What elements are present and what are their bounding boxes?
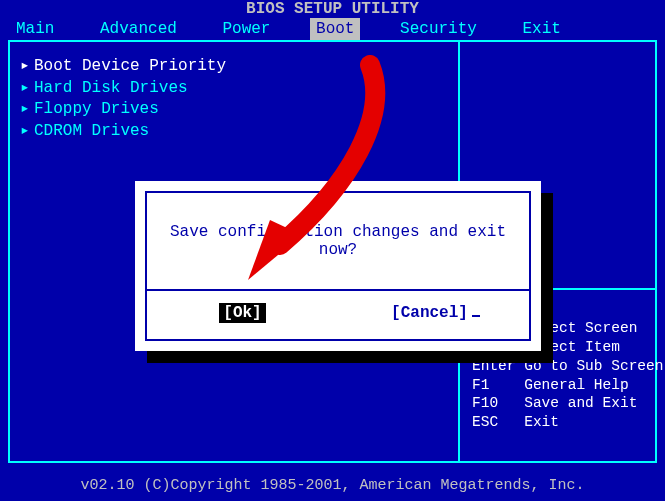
top-menu-bar: Main Advanced Power Boot Security Exit — [0, 18, 665, 40]
menu-main[interactable]: Main — [10, 18, 60, 40]
save-exit-dialog: Save configuration changes and exit now?… — [135, 181, 541, 351]
utility-title: BIOS SETUP UTILITY — [0, 0, 665, 18]
menu-security[interactable]: Security — [394, 18, 483, 40]
boot-item-cdrom[interactable]: ▸ CDROM Drives — [20, 121, 448, 143]
help-line: ESC Exit — [472, 414, 559, 430]
ok-button-label: [Ok] — [219, 303, 265, 323]
help-line: Enter Go to Sub Screen — [472, 358, 663, 374]
menu-power[interactable]: Power — [216, 18, 276, 40]
boot-item-priority[interactable]: ▸ Boot Device Priority — [20, 56, 448, 78]
boot-item-label: Boot Device Priority — [34, 57, 226, 75]
text-cursor-icon — [472, 315, 480, 317]
boot-item-floppy[interactable]: ▸ Floppy Drives — [20, 99, 448, 121]
submenu-arrow-icon: ▸ — [20, 56, 30, 78]
menu-advanced[interactable]: Advanced — [94, 18, 183, 40]
submenu-arrow-icon: ▸ — [20, 121, 30, 143]
cancel-button-label: [Cancel] — [387, 303, 472, 323]
boot-item-label: Floppy Drives — [34, 100, 159, 118]
footer-copyright: v02.10 (C)Copyright 1985-2001, American … — [0, 471, 665, 501]
dialog-message: Save configuration changes and exit now? — [147, 193, 529, 291]
cancel-button[interactable]: [Cancel] — [338, 303, 529, 323]
help-line: F1 General Help — [472, 377, 629, 393]
submenu-arrow-icon: ▸ — [20, 99, 30, 121]
boot-item-label: CDROM Drives — [34, 122, 149, 140]
boot-item-label: Hard Disk Drives — [34, 79, 188, 97]
menu-exit[interactable]: Exit — [517, 18, 567, 40]
submenu-arrow-icon: ▸ — [20, 78, 30, 100]
dialog-button-row: [Ok] [Cancel] — [147, 291, 529, 339]
menu-boot[interactable]: Boot — [310, 18, 360, 40]
ok-button[interactable]: [Ok] — [147, 303, 338, 323]
help-line: F10 Save and Exit — [472, 395, 637, 411]
boot-item-hdd[interactable]: ▸ Hard Disk Drives — [20, 78, 448, 100]
